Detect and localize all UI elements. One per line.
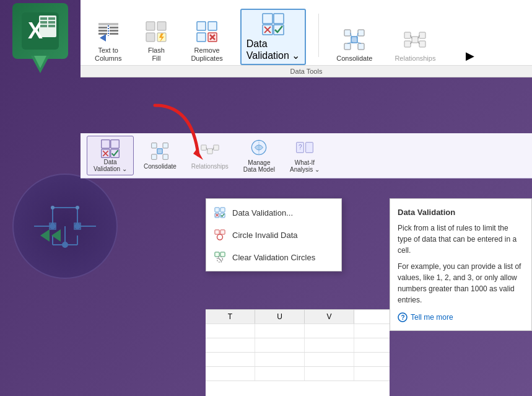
- svg-rect-81: [152, 143, 157, 147]
- svg-rect-84: [163, 154, 168, 159]
- dropdown-dv-label: Data Validation...: [232, 208, 293, 218]
- svg-rect-67: [412, 37, 418, 43]
- svg-point-104: [217, 234, 223, 240]
- consolidate-label: Consolidate: [336, 55, 372, 63]
- what-if-button[interactable]: ? What-If Analysis ⌄: [285, 136, 325, 175]
- ribbon: Text to Columns Flash Fill: [81, 0, 532, 77]
- dropdown-item-clear-validation[interactable]: Clear Validation Circles: [206, 246, 341, 268]
- svg-rect-75: [102, 140, 110, 148]
- svg-rect-50: [263, 14, 273, 24]
- data-row-2: [206, 338, 390, 353]
- help-title: Data Validation: [398, 206, 524, 219]
- cell-t4[interactable]: [206, 367, 255, 381]
- svg-rect-86: [201, 145, 206, 150]
- text-to-columns-button[interactable]: Text to Columns: [90, 17, 126, 65]
- relationships-label: Relationships: [395, 55, 435, 63]
- tell-more-link[interactable]: ? Tell me more: [398, 312, 524, 323]
- svg-point-13: [51, 206, 55, 209]
- svg-rect-34: [110, 27, 118, 29]
- svg-rect-31: [98, 27, 107, 29]
- circuit-decoration: [12, 174, 118, 279]
- dropdown-circle-icon: [214, 229, 226, 241]
- dv-lower-button[interactable]: Data Validation ⌄: [87, 136, 134, 175]
- consolidate-lower-label: Consolidate: [144, 163, 177, 170]
- remove-duplicates-icon: [194, 19, 219, 44]
- svg-rect-65: [404, 32, 411, 38]
- svg-rect-36: [110, 33, 118, 35]
- cell-u3[interactable]: [255, 353, 305, 366]
- svg-rect-105: [215, 252, 219, 257]
- svg-rect-35: [110, 30, 118, 32]
- col-u-header: U: [255, 310, 305, 323]
- cell-u2[interactable]: [255, 338, 305, 352]
- svg-rect-66: [404, 41, 411, 47]
- flash-fill-button[interactable]: Flash Fill: [139, 17, 173, 65]
- svg-rect-96: [215, 208, 219, 212]
- dropdown-circle-label: Circle Invalid Data: [232, 231, 298, 240]
- svg-rect-24: [40, 21, 47, 24]
- ribbon-separator: [318, 14, 319, 57]
- svg-rect-56: [344, 30, 351, 36]
- svg-point-14: [76, 206, 79, 209]
- dropdown-item-circle-invalid[interactable]: Circle Invalid Data: [206, 224, 341, 246]
- lower-ribbon: Data Validation ⌄ Consolidate Relationsh…: [81, 133, 532, 178]
- svg-rect-27: [48, 25, 55, 27]
- svg-point-12: [63, 242, 68, 247]
- svg-rect-60: [351, 37, 357, 43]
- remove-duplicates-button[interactable]: Remove Duplicates: [186, 17, 227, 65]
- cell-v2[interactable]: [305, 338, 354, 352]
- svg-rect-32: [98, 30, 107, 32]
- text-to-columns-label: Text to Columns: [95, 46, 121, 63]
- relationships-button[interactable]: Relationships: [390, 25, 440, 65]
- svg-rect-58: [344, 43, 351, 50]
- data-row-3: [206, 353, 390, 367]
- cell-t3[interactable]: [206, 353, 255, 366]
- dropdown-clear-icon: [214, 251, 226, 263]
- data-validation-icon: [261, 12, 285, 36]
- more-icon: ▶: [466, 49, 474, 63]
- svg-rect-83: [152, 154, 157, 159]
- relationships-lower-label: Relationships: [191, 163, 229, 170]
- manage-data-model-button[interactable]: Manage Data Model: [238, 136, 280, 175]
- svg-rect-25: [48, 21, 55, 24]
- what-if-label: What-If Analysis ⌄: [290, 159, 320, 173]
- svg-rect-26: [40, 25, 47, 27]
- svg-rect-97: [220, 208, 225, 212]
- svg-text:?: ?: [299, 144, 302, 151]
- cell-u1[interactable]: [255, 324, 305, 338]
- svg-marker-17: [40, 229, 50, 242]
- manage-data-model-label: Manage Data Model: [243, 159, 275, 173]
- svg-line-108: [218, 258, 221, 261]
- svg-rect-88: [214, 145, 219, 150]
- cell-t2[interactable]: [206, 338, 255, 352]
- svg-rect-68: [419, 32, 425, 38]
- help-body-line2: For example, you can provide a list of v…: [398, 261, 524, 306]
- svg-rect-106: [220, 252, 225, 257]
- more-button[interactable]: ▶: [453, 37, 487, 65]
- data-validation-button[interactable]: Data Validation ⌄: [240, 9, 307, 65]
- section-label: Data Tools: [81, 65, 532, 77]
- col-t-header: T: [206, 310, 255, 323]
- svg-rect-102: [215, 230, 219, 234]
- cell-u4[interactable]: [255, 367, 305, 381]
- relationships-lower-button[interactable]: Relationships: [186, 139, 233, 172]
- consolidate-icon: [342, 27, 367, 52]
- cell-v3[interactable]: [305, 353, 354, 366]
- svg-rect-87: [207, 148, 212, 153]
- text-to-columns-icon: [96, 19, 121, 44]
- cell-v4[interactable]: [305, 367, 354, 381]
- svg-rect-46: [197, 33, 206, 42]
- cell-v1[interactable]: [305, 324, 354, 338]
- consolidate-button[interactable]: Consolidate: [331, 25, 377, 65]
- svg-rect-59: [358, 43, 364, 50]
- dv-lower-label: Data Validation ⌄: [94, 159, 127, 172]
- svg-rect-94: [306, 143, 313, 153]
- consolidate-lower-button[interactable]: Consolidate: [139, 139, 181, 172]
- svg-rect-39: [146, 22, 155, 30]
- flash-fill-label: Flash Fill: [148, 46, 165, 63]
- svg-text:?: ?: [401, 314, 405, 321]
- cell-t1[interactable]: [206, 324, 255, 338]
- excel-logo: X: [3, 3, 77, 127]
- svg-rect-103: [220, 230, 225, 234]
- dropdown-item-data-validation[interactable]: Data Validation...: [206, 201, 341, 224]
